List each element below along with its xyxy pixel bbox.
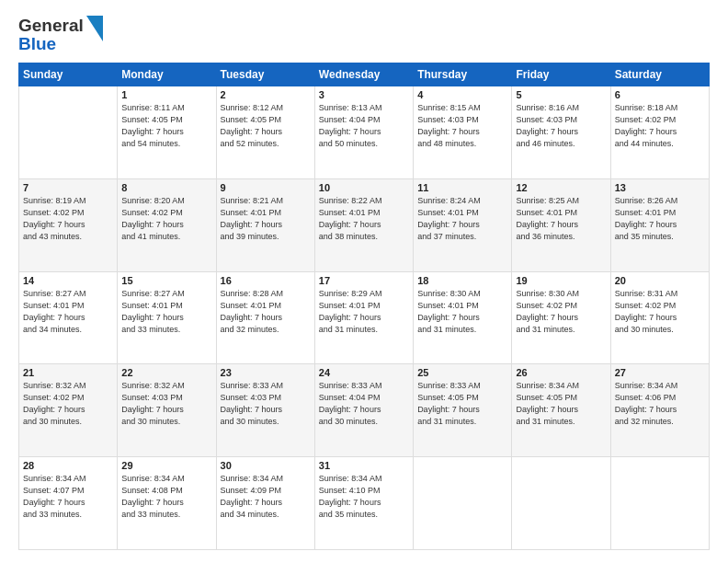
calendar-cell: 10Sunrise: 8:22 AM Sunset: 4:01 PM Dayli… — [314, 178, 413, 271]
calendar-week-2: 7Sunrise: 8:19 AM Sunset: 4:02 PM Daylig… — [19, 178, 710, 271]
day-number: 4 — [417, 89, 507, 100]
day-info: Sunrise: 8:11 AM Sunset: 4:05 PM Dayligh… — [121, 102, 211, 150]
calendar-cell — [19, 86, 118, 178]
day-number: 22 — [121, 367, 211, 378]
weekday-saturday: Saturday — [610, 63, 709, 86]
day-info: Sunrise: 8:33 AM Sunset: 4:03 PM Dayligh… — [221, 380, 311, 428]
weekday-header-row: SundayMondayTuesdayWednesdayThursdayFrid… — [19, 63, 710, 86]
header: General Blue — [18, 17, 710, 53]
day-info: Sunrise: 8:34 AM Sunset: 4:10 PM Dayligh… — [319, 473, 409, 521]
calendar-cell: 13Sunrise: 8:26 AM Sunset: 4:01 PM Dayli… — [610, 178, 709, 271]
calendar-cell: 15Sunrise: 8:27 AM Sunset: 4:01 PM Dayli… — [118, 271, 216, 364]
day-info: Sunrise: 8:30 AM Sunset: 4:01 PM Dayligh… — [417, 288, 507, 336]
calendar-cell: 23Sunrise: 8:33 AM Sunset: 4:03 PM Dayli… — [216, 364, 314, 457]
calendar-cell: 28Sunrise: 8:34 AM Sunset: 4:07 PM Dayli… — [19, 457, 118, 550]
day-number: 23 — [221, 367, 311, 378]
day-number: 26 — [516, 367, 606, 378]
calendar-cell: 5Sunrise: 8:16 AM Sunset: 4:03 PM Daylig… — [512, 86, 610, 178]
calendar-cell: 27Sunrise: 8:34 AM Sunset: 4:06 PM Dayli… — [610, 364, 709, 457]
day-number: 1 — [121, 89, 211, 100]
day-info: Sunrise: 8:34 AM Sunset: 4:09 PM Dayligh… — [221, 473, 311, 521]
day-info: Sunrise: 8:27 AM Sunset: 4:01 PM Dayligh… — [23, 288, 113, 336]
day-number: 12 — [516, 182, 606, 193]
calendar-cell: 1Sunrise: 8:11 AM Sunset: 4:05 PM Daylig… — [118, 86, 216, 178]
logo-general: General — [18, 17, 84, 35]
calendar-cell — [512, 457, 610, 550]
weekday-tuesday: Tuesday — [216, 63, 314, 86]
day-number: 3 — [319, 89, 409, 100]
calendar-cell: 29Sunrise: 8:34 AM Sunset: 4:08 PM Dayli… — [118, 457, 216, 550]
calendar-cell: 26Sunrise: 8:34 AM Sunset: 4:05 PM Dayli… — [512, 364, 610, 457]
page: General Blue SundayMondayTuesdayWednesda… — [0, 0, 728, 563]
day-number: 29 — [121, 460, 211, 471]
day-number: 7 — [23, 182, 113, 193]
calendar-cell — [414, 457, 512, 550]
day-info: Sunrise: 8:29 AM Sunset: 4:01 PM Dayligh… — [319, 288, 409, 336]
day-info: Sunrise: 8:25 AM Sunset: 4:01 PM Dayligh… — [516, 195, 606, 243]
day-info: Sunrise: 8:21 AM Sunset: 4:01 PM Dayligh… — [221, 195, 311, 243]
weekday-wednesday: Wednesday — [314, 63, 413, 86]
day-number: 8 — [121, 182, 211, 193]
logo-blue: Blue — [18, 35, 84, 53]
day-info: Sunrise: 8:28 AM Sunset: 4:01 PM Dayligh… — [221, 288, 311, 336]
day-number: 6 — [615, 89, 705, 100]
day-info: Sunrise: 8:27 AM Sunset: 4:01 PM Dayligh… — [121, 288, 211, 336]
calendar-cell: 19Sunrise: 8:30 AM Sunset: 4:02 PM Dayli… — [512, 271, 610, 364]
calendar-cell: 24Sunrise: 8:33 AM Sunset: 4:04 PM Dayli… — [314, 364, 413, 457]
day-info: Sunrise: 8:16 AM Sunset: 4:03 PM Dayligh… — [516, 102, 606, 150]
day-number: 28 — [23, 460, 113, 471]
day-info: Sunrise: 8:13 AM Sunset: 4:04 PM Dayligh… — [319, 102, 409, 150]
day-number: 25 — [417, 367, 507, 378]
day-number: 5 — [516, 89, 606, 100]
day-number: 15 — [121, 275, 211, 286]
calendar-week-4: 21Sunrise: 8:32 AM Sunset: 4:02 PM Dayli… — [19, 364, 710, 457]
day-info: Sunrise: 8:34 AM Sunset: 4:06 PM Dayligh… — [615, 380, 705, 428]
day-info: Sunrise: 8:24 AM Sunset: 4:01 PM Dayligh… — [417, 195, 507, 243]
svg-marker-0 — [86, 16, 103, 41]
calendar-week-1: 1Sunrise: 8:11 AM Sunset: 4:05 PM Daylig… — [19, 86, 710, 178]
calendar-cell: 7Sunrise: 8:19 AM Sunset: 4:02 PM Daylig… — [19, 178, 118, 271]
calendar-cell: 4Sunrise: 8:15 AM Sunset: 4:03 PM Daylig… — [414, 86, 512, 178]
day-number: 24 — [319, 367, 409, 378]
weekday-thursday: Thursday — [414, 63, 512, 86]
day-info: Sunrise: 8:18 AM Sunset: 4:02 PM Dayligh… — [615, 102, 705, 150]
day-info: Sunrise: 8:34 AM Sunset: 4:07 PM Dayligh… — [23, 473, 113, 521]
day-info: Sunrise: 8:22 AM Sunset: 4:01 PM Dayligh… — [319, 195, 409, 243]
calendar-cell: 25Sunrise: 8:33 AM Sunset: 4:05 PM Dayli… — [414, 364, 512, 457]
day-number: 27 — [615, 367, 705, 378]
day-number: 16 — [221, 275, 311, 286]
day-info: Sunrise: 8:20 AM Sunset: 4:02 PM Dayligh… — [121, 195, 211, 243]
day-info: Sunrise: 8:30 AM Sunset: 4:02 PM Dayligh… — [516, 288, 606, 336]
calendar-cell: 6Sunrise: 8:18 AM Sunset: 4:02 PM Daylig… — [610, 86, 709, 178]
logo-arrow-icon — [86, 16, 103, 45]
day-number: 2 — [221, 89, 311, 100]
day-number: 17 — [319, 275, 409, 286]
day-number: 11 — [417, 182, 507, 193]
day-info: Sunrise: 8:34 AM Sunset: 4:08 PM Dayligh… — [121, 473, 211, 521]
day-info: Sunrise: 8:33 AM Sunset: 4:05 PM Dayligh… — [417, 380, 507, 428]
calendar-cell: 31Sunrise: 8:34 AM Sunset: 4:10 PM Dayli… — [314, 457, 413, 550]
day-number: 9 — [221, 182, 311, 193]
calendar-cell: 18Sunrise: 8:30 AM Sunset: 4:01 PM Dayli… — [414, 271, 512, 364]
calendar-cell: 22Sunrise: 8:32 AM Sunset: 4:03 PM Dayli… — [118, 364, 216, 457]
calendar-cell: 30Sunrise: 8:34 AM Sunset: 4:09 PM Dayli… — [216, 457, 314, 550]
calendar-cell: 12Sunrise: 8:25 AM Sunset: 4:01 PM Dayli… — [512, 178, 610, 271]
calendar-cell: 11Sunrise: 8:24 AM Sunset: 4:01 PM Dayli… — [414, 178, 512, 271]
day-number: 21 — [23, 367, 113, 378]
calendar-cell: 16Sunrise: 8:28 AM Sunset: 4:01 PM Dayli… — [216, 271, 314, 364]
day-number: 14 — [23, 275, 113, 286]
calendar-table: SundayMondayTuesdayWednesdayThursdayFrid… — [18, 63, 710, 550]
calendar-cell — [610, 457, 709, 550]
day-info: Sunrise: 8:33 AM Sunset: 4:04 PM Dayligh… — [319, 380, 409, 428]
calendar-cell: 8Sunrise: 8:20 AM Sunset: 4:02 PM Daylig… — [118, 178, 216, 271]
day-number: 13 — [615, 182, 705, 193]
calendar-body: 1Sunrise: 8:11 AM Sunset: 4:05 PM Daylig… — [19, 86, 710, 549]
day-number: 31 — [319, 460, 409, 471]
day-info: Sunrise: 8:12 AM Sunset: 4:05 PM Dayligh… — [221, 102, 311, 150]
day-number: 30 — [221, 460, 311, 471]
day-info: Sunrise: 8:31 AM Sunset: 4:02 PM Dayligh… — [615, 288, 705, 336]
weekday-monday: Monday — [118, 63, 216, 86]
day-number: 19 — [516, 275, 606, 286]
day-info: Sunrise: 8:26 AM Sunset: 4:01 PM Dayligh… — [615, 195, 705, 243]
weekday-sunday: Sunday — [19, 63, 118, 86]
